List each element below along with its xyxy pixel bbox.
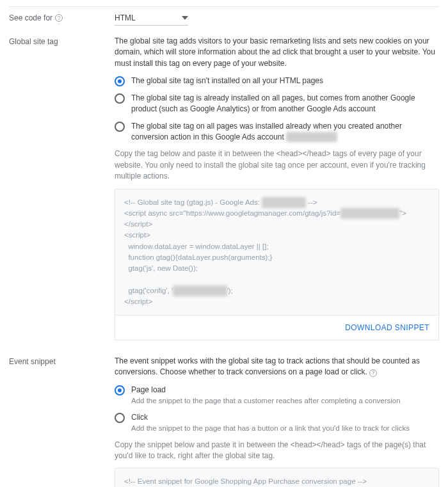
radio-title: Page load xyxy=(131,385,401,395)
help-icon[interactable]: ? xyxy=(55,14,63,22)
event-snippet-copy-note: Copy the snippet below and paste it in b… xyxy=(115,440,439,462)
code-language-select[interactable]: HTML xyxy=(115,12,188,26)
radio-input[interactable] xyxy=(115,76,125,86)
radio-page-load[interactable]: Page load Add the snippet to the page th… xyxy=(115,385,439,406)
radio-label: The global site tag is already installed… xyxy=(131,93,439,115)
download-snippet-button[interactable]: DOWNLOAD SNIPPET xyxy=(345,323,429,332)
global-tag-label: Global site tag xyxy=(9,37,58,46)
radio-input[interactable] xyxy=(115,413,125,423)
radio-subtext: Add the snippet to the page that has a b… xyxy=(131,423,410,433)
global-tag-copy-note: Copy the tag below and paste it in betwe… xyxy=(115,148,439,182)
radio-title: Click xyxy=(131,412,410,423)
select-value: HTML xyxy=(115,13,136,22)
redacted-id: XXXXXXXXXX xyxy=(286,132,337,143)
radio-input[interactable] xyxy=(115,93,125,104)
radio-not-installed[interactable]: The global site tag isn't installed on a… xyxy=(115,76,439,86)
event-snippet-code: <!-- Event snippet for Google Shopping A… xyxy=(115,468,438,487)
radio-label: The global site tag isn't installed on a… xyxy=(131,76,323,86)
chevron-down-icon xyxy=(182,16,188,20)
global-tag-desc: The global site tag adds visitors to you… xyxy=(115,36,439,69)
global-tag-code: <!-- Global site tag (gtag.js) - Google … xyxy=(115,189,438,315)
global-tag-code-box: <!-- Global site tag (gtag.js) - Google … xyxy=(115,189,439,341)
radio-already-installed[interactable]: The global site tag on all pages was ins… xyxy=(115,121,439,143)
event-snippet-desc: The event snippet works with the global … xyxy=(115,356,439,378)
help-icon[interactable]: ? xyxy=(369,369,377,377)
event-snippet-code-box: <!-- Event snippet for Google Shopping A… xyxy=(115,468,439,487)
radio-input[interactable] xyxy=(115,385,125,395)
see-code-label: See code for xyxy=(9,13,52,22)
radio-label: The global site tag on all pages was ins… xyxy=(131,121,439,143)
radio-input[interactable] xyxy=(115,122,125,132)
radio-other-product[interactable]: The global site tag is already installed… xyxy=(115,93,439,115)
radio-click[interactable]: Click Add the snippet to the page that h… xyxy=(115,412,439,433)
radio-subtext: Add the snippet to the page that a custo… xyxy=(131,395,401,406)
event-snippet-label: Event snippet xyxy=(9,357,56,366)
